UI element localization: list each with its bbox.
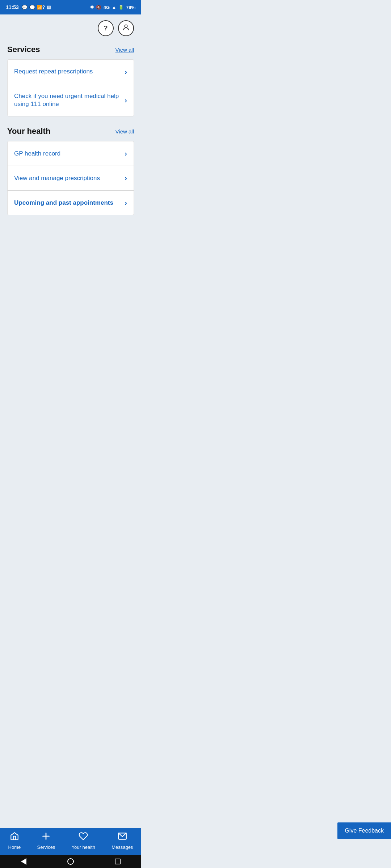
status-right-area: ✱ 🔇 4G ▲ 🔋 79% [90, 5, 135, 10]
bluetooth-icon: ✱ [90, 5, 94, 10]
repeat-prescriptions-item[interactable]: Request repeat prescriptions › [8, 60, 134, 84]
your-health-header: Your health View all [7, 127, 134, 136]
manage-prescriptions-label: View and manage prescriptions [14, 174, 121, 182]
signal-strength-icon: ▲ [112, 5, 116, 10]
profile-icon [122, 24, 130, 33]
help-button[interactable]: ? [98, 20, 114, 36]
your-health-card: GP health record › View and manage presc… [7, 141, 134, 215]
manage-prescriptions-item[interactable]: View and manage prescriptions › [8, 166, 134, 191]
status-icons-group: 💬 🗨️ 📶? ▤ [22, 5, 51, 10]
services-title: Services [7, 45, 40, 54]
gp-health-record-item[interactable]: GP health record › [8, 141, 134, 166]
page-header: ? [0, 14, 141, 39]
gp-health-record-label: GP health record [14, 150, 121, 158]
chevron-right-icon-4: › [125, 174, 127, 182]
services-section: Services View all Request repeat prescri… [7, 45, 134, 116]
chevron-right-icon-3: › [125, 149, 127, 158]
main-content: Services View all Request repeat prescri… [0, 39, 141, 275]
svg-point-0 [125, 25, 127, 27]
your-health-title: Your health [7, 127, 50, 136]
status-time-area: 11:53 💬 🗨️ 📶? ▤ [6, 4, 51, 10]
repeat-prescriptions-label: Request repeat prescriptions [14, 68, 121, 76]
services-view-all[interactable]: View all [115, 47, 134, 53]
time-display: 11:53 [6, 4, 19, 10]
signal-icon: ▤ [47, 5, 51, 10]
appointments-item[interactable]: Upcoming and past appointments › [8, 191, 134, 215]
urgent-medical-help-item[interactable]: Check if you need urgent medical help us… [8, 84, 134, 116]
help-icon: ? [104, 25, 108, 32]
network-label: 4G [104, 5, 110, 10]
chevron-right-icon-2: › [125, 96, 127, 105]
services-card: Request repeat prescriptions › Check if … [7, 59, 134, 116]
urgent-medical-help-label: Check if you need urgent medical help us… [14, 92, 121, 108]
wifi-icon: 📶? [37, 5, 45, 10]
your-health-section: Your health View all GP health record › … [7, 127, 134, 215]
services-header: Services View all [7, 45, 134, 54]
status-bar: 11:53 💬 🗨️ 📶? ▤ ✱ 🔇 4G ▲ 🔋 79% [0, 0, 141, 14]
your-health-view-all[interactable]: View all [115, 128, 134, 135]
battery-icon: 🔋 [118, 5, 124, 10]
whatsapp-icon: 💬 [22, 5, 28, 10]
chat-icon: 🗨️ [29, 5, 35, 10]
chevron-right-icon-5: › [125, 199, 127, 207]
chevron-right-icon: › [125, 68, 127, 76]
battery-level: 79% [126, 5, 135, 10]
mute-icon: 🔇 [96, 5, 101, 10]
appointments-label: Upcoming and past appointments [14, 199, 121, 207]
profile-button[interactable] [118, 20, 134, 36]
